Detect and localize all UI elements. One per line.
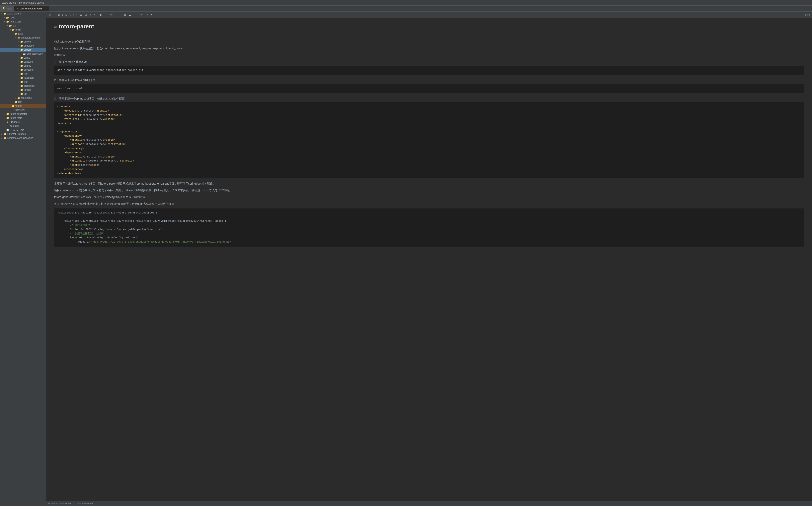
toolbar-edit-btn[interactable]: ✎ (145, 13, 149, 17)
sidebar-item-pom-core[interactable]: ✦pom.xml (0, 108, 46, 112)
arrow-target (9, 104, 12, 107)
label-resources: resources (21, 96, 32, 99)
step-1-text: 将项目代码下载到本地 (59, 60, 87, 64)
toolbar-ul-btn[interactable]: ≡ (75, 13, 78, 17)
toolbar-check-btn[interactable]: ☑ (84, 13, 88, 17)
h1-marker: H1 (54, 26, 57, 29)
sidebar-item-filter[interactable]: 📁filter (0, 72, 46, 76)
toolbar-hr-btn[interactable]: — (104, 13, 108, 17)
editor-area[interactable]: H1 totoro-parent 包含totoro-core核心依赖代码 以及t… (46, 18, 812, 501)
arrow-pom-root (3, 124, 6, 128)
sidebar-item-SqlInjectAspect[interactable]: ☕SqlInjectAspect (0, 52, 46, 56)
arrow-scratches (0, 137, 3, 140)
sidebar-item-totoro-parent[interactable]: 📁totoro-parent (0, 12, 46, 16)
toolbar-code-btn[interactable]: <> (109, 13, 113, 17)
toolbar-emoji-btn[interactable]: ☺ (48, 13, 52, 17)
sidebar-item-advice[interactable]: 📁advice (0, 40, 46, 44)
bottom-right[interactable]: Markdown Editor (76, 502, 94, 505)
toolbar-heart-btn[interactable]: ♥ (150, 13, 154, 17)
sidebar-item-scratches[interactable]: 📁Scratches and Consoles (0, 136, 46, 140)
sidebar-item-javabean[interactable]: 📁javabean (0, 76, 46, 80)
icon-pom-root: ✦ (6, 124, 9, 128)
sidebar-item-constant[interactable]: 📁constant (0, 60, 46, 64)
label-totoro-generator: totoro-generator (10, 112, 27, 115)
toolbar-more-btn[interactable]: ··· (154, 13, 158, 17)
label-target: target (15, 104, 22, 107)
sidebar-item-thread[interactable]: 📁thread (0, 88, 46, 92)
sidebar-item-readme[interactable]: 📄README.md (0, 128, 46, 132)
toolbar-strike-btn[interactable]: S (65, 13, 68, 17)
toolbar-link-btn[interactable]: ⚲ (69, 13, 72, 17)
xml-line: <artifactId>totoro-core</artifactId> (57, 142, 801, 147)
toolbar-sync[interactable]: Sync (805, 13, 810, 16)
label-SqlInjectAspect: SqlInjectAspect (27, 52, 43, 55)
sidebar-item-json[interactable]: 📁json (0, 80, 46, 84)
arrow-resources (14, 96, 17, 99)
sidebar-item-external-libraries[interactable]: 📁External Libraries (0, 132, 46, 136)
sidebar-item-exception[interactable]: 📁exception (0, 68, 46, 72)
icon-constant: 📁 (20, 60, 23, 63)
arrow-gitignore (3, 120, 6, 123)
icon-main: 📂 (12, 28, 15, 31)
toolbar-text-btn[interactable]: T (114, 13, 117, 17)
sidebar-item-main[interactable]: 📂main (0, 28, 46, 32)
xml-line: <dependencies> (57, 130, 801, 134)
step-1-num: 1. (54, 60, 59, 64)
sidebar-item-src[interactable]: 📂src (0, 24, 46, 28)
toolbar-redo-btn[interactable]: ↪ (139, 13, 143, 17)
sidebar-item-resources[interactable]: 📂resources (0, 96, 46, 100)
page-title: totoro-parent (59, 22, 94, 33)
toolbar-run-btn[interactable]: ▶ (99, 13, 103, 17)
icon-external-libraries: 📁 (3, 133, 6, 136)
sidebar-item-totoro-redis[interactable]: 📁totoro-redis (0, 116, 46, 120)
icon-totoro-core: 📁 (6, 20, 9, 23)
sidebar-item-target[interactable]: 📁target (0, 104, 46, 108)
sidebar-item-config[interactable]: 📁config (0, 56, 46, 60)
sidebar-item-totoro-generator[interactable]: 📁totoro-generator (0, 112, 46, 116)
sidebar-item-properties[interactable]: 📁properties (0, 84, 46, 88)
sidebar-item-enums[interactable]: 📁enums (0, 64, 46, 68)
toolbar-cloud-btn[interactable]: ☁ (128, 13, 132, 17)
bottom-left[interactable]: Markdown Split Editor (48, 502, 72, 505)
tab-pom[interactable]: ✦ pom.xml (totoro-redis) ✕ (14, 6, 49, 11)
arrow-totoro-parent (0, 12, 3, 15)
sidebar-item-org-totoro-common[interactable]: 📦org.totoro.common (0, 36, 46, 40)
toolbar-grid-btn[interactable]: ▦ (123, 13, 127, 17)
sidebar-item-pom-root[interactable]: ✦pom.xml (0, 124, 46, 128)
toolbar-indent-btn[interactable]: ⇥ (88, 13, 92, 17)
title-bar-text: totoro-parent ~/myProject/totoro-parent (2, 1, 44, 4)
sidebar-item-util[interactable]: 📁util (0, 92, 46, 96)
label-filter: filter (24, 72, 28, 75)
toolbar-outdent-btn[interactable]: ⇤ (93, 13, 97, 17)
sidebar-item-totoro-core[interactable]: 📁totoro-core (0, 20, 46, 24)
sidebar-item-gitignore[interactable]: ◆.gitignore (0, 120, 46, 124)
sidebar-item-test[interactable]: 📁test (0, 100, 46, 104)
label-json: json (24, 80, 28, 83)
heading-row: H1 totoro-parent (54, 22, 804, 36)
tab-idea[interactable]: 💡 .idea (0, 6, 14, 11)
close-icon[interactable]: ✕ (45, 7, 47, 10)
icon-pom-core: ✦ (12, 108, 15, 111)
java-line: BaseConfig baseConfig = BaseConfig.build… (57, 236, 801, 240)
sidebar-item-java[interactable]: 📂java (0, 32, 46, 36)
sidebar-item-aspect[interactable]: 📁aspect (0, 48, 46, 52)
label-exception: exception (24, 68, 34, 71)
label-advice: advice (24, 40, 31, 43)
toolbar-h-btn[interactable]: H (53, 13, 56, 17)
toolbar-table-btn[interactable]: ⊤ (118, 13, 122, 17)
sidebar-item-idea[interactable]: 📂.idea (0, 16, 46, 20)
java-line: "color:#cc7832">String home = System.get… (57, 228, 801, 232)
toolbar-undo-btn[interactable]: ↩ (134, 13, 138, 17)
label-enums: enums (24, 64, 31, 67)
toolbar-italic-btn[interactable]: I (61, 13, 64, 17)
tab-pom-label: pom.xml (totoro-redis) (20, 7, 43, 10)
sidebar: 📁totoro-parent📂.idea📁totoro-core📂src📂mai… (0, 12, 46, 506)
arrow-org-totoro-common (14, 36, 17, 39)
icon-target: 📁 (12, 104, 15, 107)
step-3-num: 3. (54, 96, 59, 101)
sidebar-item-annotation[interactable]: 📁annotation (0, 44, 46, 48)
toolbar-bold-btn[interactable]: B (57, 13, 61, 17)
arrow-constant (17, 60, 20, 63)
toolbar-ol-btn[interactable]: ☰ (79, 13, 83, 17)
icon-util: 📁 (20, 92, 23, 95)
